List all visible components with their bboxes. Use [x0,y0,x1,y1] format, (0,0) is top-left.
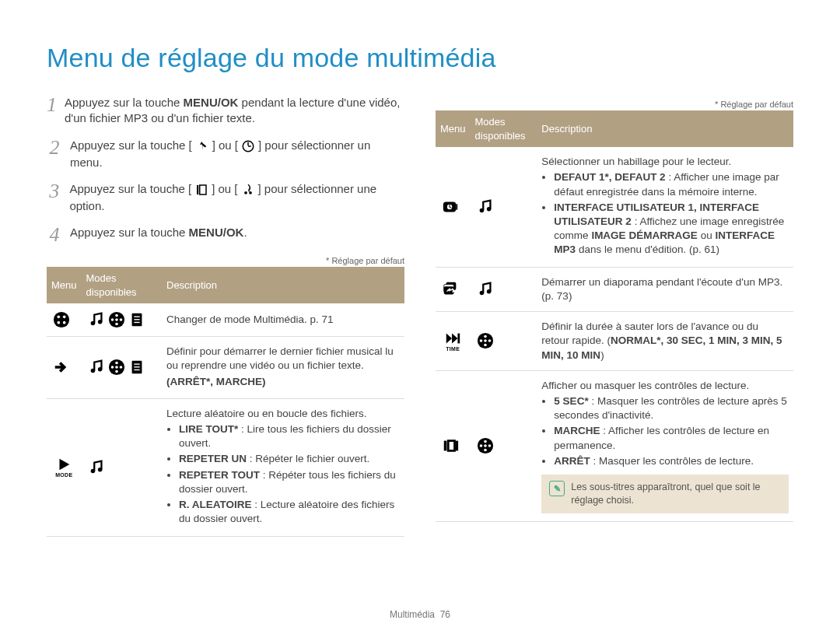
svg-point-36 [90,469,95,474]
music-icon [477,198,494,215]
slideshow-icon [442,281,459,298]
row-description: Sélectionner un habillage pour le lecteu… [537,147,793,267]
step-text: Appuyez sur la touche MENU/OK. [70,225,247,245]
resume-arrow-icon [53,359,70,376]
svg-rect-57 [448,441,454,451]
svg-point-15 [115,314,118,317]
right-icon [240,181,257,198]
svg-point-63 [479,444,482,447]
th-menu: Menu [436,110,471,147]
down-icon [240,138,257,155]
svg-rect-22 [134,319,139,320]
play-mode-icon [55,456,72,473]
svg-rect-34 [134,367,139,368]
svg-point-24 [90,369,95,373]
svg-point-25 [97,367,101,372]
note-text: Les sous-titres apparaîtront, quel que s… [571,481,781,507]
skin-icon [442,198,459,215]
table-row: Changer de mode Multimédia. p. 71 [47,303,404,337]
row-description: Démarrer un diaporama pendant l'écoute d… [537,267,793,311]
doc-icon [128,359,145,376]
steps-list: 1 Appuyez sur la touche MENU/OK pendant … [47,95,404,245]
svg-point-27 [115,362,118,365]
film-icon [477,437,494,454]
svg-point-13 [97,320,101,324]
table-row: TIME Définir la durée à sauter lors de l… [436,312,793,371]
svg-point-19 [115,318,118,321]
music-icon [88,459,105,476]
left-icon [193,181,210,198]
svg-point-60 [484,440,487,443]
step-4: 4 Appuyez sur la touche MENU/OK. [47,225,404,245]
svg-point-55 [484,340,487,343]
svg-point-29 [115,370,118,373]
step-1: 1 Appuyez sur la touche MENU/OK pendant … [47,95,404,127]
svg-point-47 [479,291,484,296]
svg-rect-33 [134,364,139,365]
step-text: Appuyez sur la touche [] ou [] pour séle… [69,181,404,214]
svg-rect-3 [197,185,198,194]
step-number: 3 [47,181,61,214]
svg-point-31 [115,366,118,370]
two-column-layout: 1 Appuyez sur la touche MENU/OK pendant … [47,95,793,537]
note-box: ✎ Les sous-titres apparaîtront, quel que… [541,475,789,513]
svg-point-48 [486,289,491,294]
svg-point-54 [479,340,482,343]
th-modes: Modes disponibles [82,267,162,303]
step-number: 1 [47,95,57,127]
page-title: Menu de réglage du mode multimédia [47,43,793,73]
svg-point-12 [90,321,95,326]
svg-point-10 [58,321,61,324]
th-menu: Menu [47,267,82,303]
svg-point-9 [63,316,66,319]
svg-point-37 [97,468,101,472]
page-footer: Multimédia 76 [0,609,840,620]
svg-point-61 [488,444,491,447]
footer-page-number: 76 [440,609,450,620]
svg-rect-21 [134,317,139,317]
step-3: 3 Appuyez sur la touche [] ou [] pour sé… [47,181,404,214]
svg-rect-4 [200,185,206,194]
table-row: Afficher ou masquer les contrôles de lec… [436,370,793,521]
film-icon [108,359,125,376]
skip-time-icon [444,330,461,347]
table-row: Sélectionner un habillage pour le lecteu… [436,147,793,267]
svg-rect-56 [444,441,447,451]
step-number: 4 [47,225,62,245]
up-icon [194,138,211,155]
svg-point-42 [486,207,491,212]
svg-point-5 [244,191,247,194]
film-icon [108,311,125,328]
svg-point-18 [110,318,114,321]
step-2: 2 Appuyez sur la touche [] ou [] pour sé… [47,138,404,170]
th-desc: Description [537,110,793,147]
step-number: 2 [47,138,62,170]
settings-table-right: Menu Modes disponibles Description [436,110,793,522]
svg-rect-35 [134,370,139,370]
svg-rect-1 [247,142,249,145]
svg-point-53 [484,344,487,347]
table-row: Démarrer un diaporama pendant l'écoute d… [436,267,793,311]
svg-point-11 [63,321,66,324]
step-text: Appuyez sur la touche [] ou [] pour séle… [70,138,404,170]
manual-page: Menu de réglage du mode multimédia 1 App… [0,0,840,634]
music-icon [477,281,494,298]
svg-point-7 [54,312,69,328]
footer-section: Multimédia [390,609,435,620]
controls-icon [442,437,459,454]
step-text: Appuyez sur la touche MENU/OK pendant la… [65,95,404,127]
svg-point-16 [119,318,122,321]
svg-rect-40 [456,204,457,209]
doc-icon [128,311,145,328]
svg-point-52 [488,340,491,343]
note-icon: ✎ [549,481,565,496]
film-icon [477,332,494,349]
icon-label: MODE [51,471,77,478]
default-footnote: * Réglage par défaut [47,256,404,265]
row-description: Définir la durée à sauter lors de l'avan… [537,312,793,371]
music-icon [88,311,105,328]
svg-point-28 [119,366,122,370]
svg-point-62 [484,449,487,452]
svg-point-8 [58,316,61,319]
row-description: Afficher ou masquer les contrôles de lec… [537,370,793,521]
